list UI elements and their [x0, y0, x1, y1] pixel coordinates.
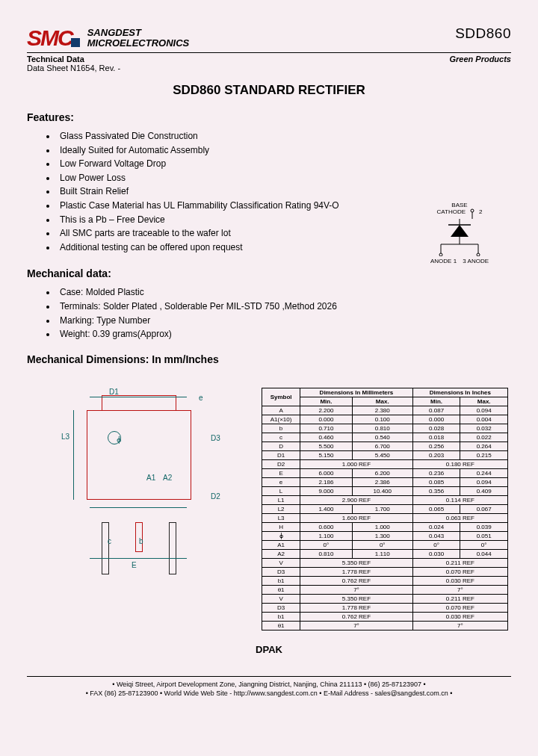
mechanical-data-list: Case: Molded Plastic Terminals: Solder P… [27, 285, 511, 341]
table-row: D31.778 REF0.070 REF [262, 567, 508, 576]
list-item: Glass Passivated Die Construction [57, 129, 511, 143]
header-bar: SMC SANGDEST MICROELECTRONICS SDD860 [27, 25, 511, 51]
footer-line1: • Weiqi Street, Airport Development Zone… [27, 680, 511, 690]
cell-in: 0.211 REF [412, 558, 507, 567]
cell-mm: 0.762 REF [300, 612, 413, 621]
table-row: H0.6001.0000.0240.039 [262, 522, 508, 531]
cell-in: 0.180 REF [412, 459, 507, 468]
cell-symbol: V [262, 558, 300, 567]
svg-marker-4 [451, 225, 469, 237]
dim-b: b [139, 537, 143, 545]
cell-mm: 0.710 [300, 424, 353, 433]
base-label: BASE [426, 202, 493, 208]
table-row: b10.762 REF0.030 REF [262, 612, 508, 621]
table-row: θ17°7° [262, 585, 508, 594]
cell-mm: 5.150 [300, 450, 353, 459]
cell-mm: 7° [300, 585, 413, 594]
cell-mm: 0.100 [352, 415, 412, 424]
footer: • Weiqi Street, Airport Development Zone… [27, 676, 511, 698]
table-row: e2.1862.3860.0850.094 [262, 477, 508, 486]
cell-in: 0.215 [460, 450, 508, 459]
table-row: ϕ1.1001.3000.0430.051 [262, 531, 508, 540]
cell-mm: 9.000 [300, 486, 353, 495]
th-min: Min. [300, 397, 353, 406]
brand-text: SANGDEST MICROELECTRONICS [87, 28, 190, 49]
list-item: Marking: Type Number [57, 314, 511, 328]
footer-line2: • FAX (86) 25-87123900 • World Wide Web … [27, 689, 511, 698]
th-mm: Dimensions In Millimeters [300, 388, 413, 397]
cell-in: 0.094 [460, 406, 508, 415]
anode1-label: ANODE [430, 258, 451, 264]
cell-in: 0° [412, 540, 460, 549]
cell-in: 0.085 [412, 477, 460, 486]
brand-line1: SANGDEST [87, 28, 190, 38]
cell-mm: 0.600 [300, 522, 353, 531]
cell-in: 0.203 [412, 450, 460, 459]
cell-symbol: ϕ [262, 531, 300, 540]
cell-mm: 6.000 [300, 468, 353, 477]
cell-in: 0.028 [412, 424, 460, 433]
cell-symbol: c [262, 433, 300, 441]
th-symbol: Symbol [262, 388, 300, 406]
cell-in: 0.051 [460, 531, 508, 540]
cell-mm: 2.200 [300, 406, 353, 415]
cell-in: 0.409 [460, 486, 508, 495]
cell-in: 0.114 REF [412, 495, 507, 504]
cell-mm: 0.000 [300, 415, 353, 424]
cell-symbol: L1 [262, 495, 300, 504]
cell-symbol: A2 [262, 549, 300, 558]
cell-in: 0.070 REF [412, 567, 507, 576]
list-item: Built Strain Relief [57, 185, 511, 199]
table-row: A10°0°0°0° [262, 540, 508, 549]
table-row: V5.350 REF0.211 REF [262, 594, 508, 603]
cell-in: 0.000 [412, 415, 460, 424]
cell-mm: 1.400 [300, 504, 353, 513]
cell-mm: 1.778 REF [300, 567, 413, 576]
cell-in: 0.018 [412, 433, 460, 441]
list-item: Low Power Loss [57, 171, 511, 185]
table-row: c0.4600.5400.0180.022 [262, 433, 508, 441]
cell-mm: 2.386 [352, 477, 412, 486]
cell-symbol: L3 [262, 513, 300, 522]
cell-in: 0.024 [412, 522, 460, 531]
dim-A2: A2 [163, 474, 172, 482]
cell-in: 0° [460, 540, 508, 549]
table-row: b0.7100.8100.0280.032 [262, 424, 508, 433]
cell-symbol: H [262, 522, 300, 531]
cell-symbol: D [262, 441, 300, 450]
features-heading: Features: [27, 111, 511, 123]
table-row: D15.1505.4500.2030.215 [262, 450, 508, 459]
dim-D1: D1 [109, 388, 119, 396]
list-item: Ideally Suited for Automatic Assembly [57, 143, 511, 158]
list-item: Case: Molded Plastic [57, 285, 511, 300]
cell-in: 0.030 REF [412, 612, 507, 621]
list-item: Low Forward Voltage Drop [57, 157, 511, 171]
th-max: Max. [460, 397, 508, 406]
cell-symbol: D3 [262, 567, 300, 576]
cell-in: 0.264 [460, 441, 508, 450]
pin3-label: 3 [463, 258, 466, 264]
cell-mm: 0.810 [352, 424, 412, 433]
cell-in: 7° [412, 585, 507, 594]
cell-mm: 6.200 [352, 468, 412, 477]
cell-symbol: L2 [262, 504, 300, 513]
green-products-label: Green Products [449, 55, 511, 63]
svg-point-9 [439, 253, 442, 256]
cell-symbol: e [262, 477, 300, 486]
cell-symbol: V [262, 594, 300, 603]
cell-in: 0.256 [412, 441, 460, 450]
sub-header: Technical Data Green Products [27, 55, 511, 63]
table-row: b10.762 REF0.030 REF [262, 576, 508, 585]
cell-symbol: D3 [262, 603, 300, 612]
company-logo: SMC SANGDEST MICROELECTRONICS [27, 25, 189, 51]
cell-in: 0.067 [460, 504, 508, 513]
anode2-label: ANODE [468, 258, 489, 264]
cell-mm: 1.000 [352, 522, 412, 531]
cell-mm: 0° [352, 540, 412, 549]
table-row: L9.00010.4000.3560.409 [262, 486, 508, 495]
cell-in: 7° [412, 621, 507, 630]
cell-mm: 5.350 REF [300, 594, 413, 603]
cell-in: 0.236 [412, 468, 460, 477]
table-row: D5.5006.7000.2560.264 [262, 441, 508, 450]
cell-mm: 5.350 REF [300, 558, 413, 567]
